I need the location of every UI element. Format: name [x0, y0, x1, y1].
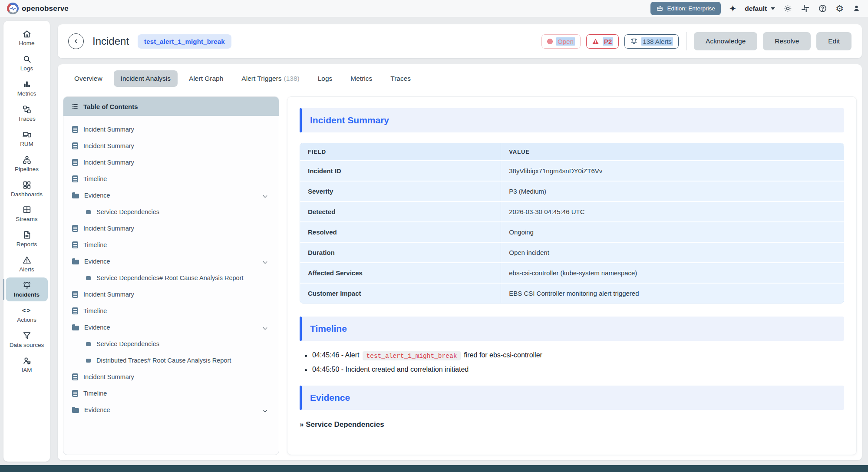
sidebar-item-alerts[interactable]: Alerts [6, 252, 48, 276]
tab-incident-analysis[interactable]: Incident Analysis [114, 70, 178, 87]
sidebar-item-actions[interactable]: <> Actions [6, 303, 48, 327]
toc-item[interactable]: Evidence [67, 319, 275, 336]
toc-item[interactable]: Incident Summary [67, 121, 275, 138]
bottom-strip [0, 465, 868, 472]
document-icon [22, 230, 32, 240]
toc-item[interactable]: Incident Summary [67, 369, 275, 385]
monitor-icon [22, 130, 32, 139]
funnel-icon [22, 331, 32, 340]
sparkle-icon[interactable]: ✦ [729, 4, 737, 13]
tag-icon [86, 342, 91, 346]
toc-item[interactable]: Evidence [67, 187, 275, 204]
toc-item[interactable]: Timeline [67, 237, 275, 253]
toc-item[interactable]: Incident Summary [67, 220, 275, 237]
document-icon [72, 307, 78, 314]
openobserve-logo: openobserve [7, 3, 69, 14]
sidebar-item-pipelines[interactable]: Pipelines [6, 152, 48, 176]
toc-item[interactable]: Service Dependencies [67, 204, 275, 220]
acknowledge-button[interactable]: Acknowledge [694, 32, 757, 50]
sidebar-item-reports[interactable]: Reports [6, 227, 48, 251]
alerts-count-badge[interactable]: 138 Alerts [624, 34, 679, 49]
theme-sun-icon[interactable] [783, 4, 792, 13]
document-icon [72, 159, 78, 166]
toc-item[interactable]: Distributed Traces# Root Cause Analysis … [67, 352, 275, 369]
sidebar-item-label: Metrics [17, 90, 36, 97]
toc-item[interactable]: Timeline [67, 385, 275, 402]
sidebar-item-dashboards[interactable]: Dashboards [6, 177, 48, 201]
code-brackets-icon: <> [22, 306, 32, 315]
edit-button[interactable]: Edit [816, 32, 851, 50]
org-selector[interactable]: default [745, 5, 775, 13]
table-of-contents-panel: Table of Contents Incident Summary Incid… [63, 96, 279, 455]
timeline-events: 04:45:46 - Alerttest_alert_1_might_break… [304, 351, 844, 373]
settings-gear-icon[interactable]: ⚙ [835, 4, 844, 13]
sidebar-item-rum[interactable]: RUM [6, 127, 48, 151]
trace-tree-icon [22, 105, 32, 114]
chevron-down-icon[interactable] [263, 325, 267, 330]
toc-header: Table of Contents [63, 97, 279, 116]
tab-alert-graph[interactable]: Alert Graph [182, 70, 230, 87]
sidebar-item-incidents[interactable]: Incidents [6, 277, 48, 301]
toc-item[interactable]: Timeline [67, 303, 275, 319]
section-heading-timeline: Timeline [300, 317, 844, 341]
sidebar-item-iam[interactable]: IAM [6, 353, 48, 377]
tab-alert-triggers[interactable]: Alert Triggers(138) [234, 70, 306, 87]
evidence-subheading: » Service Dependencies [300, 420, 844, 429]
sidebar-item-label: Logs [20, 65, 33, 72]
tab-logs[interactable]: Logs [311, 70, 340, 87]
help-icon[interactable] [818, 4, 827, 13]
sidebar-item-label: Dashboards [11, 191, 43, 198]
document-icon [72, 175, 78, 182]
toc-item[interactable]: Service Dependencies [67, 336, 275, 352]
tab-overview[interactable]: Overview [67, 70, 109, 87]
sidebar-item-label: Alerts [19, 266, 34, 273]
folder-icon [72, 408, 79, 413]
toc-item[interactable]: Evidence [67, 253, 275, 270]
folder-icon [72, 326, 79, 330]
tab-metrics[interactable]: Metrics [343, 70, 379, 87]
toc-item[interactable]: Incident Summary [67, 286, 275, 303]
chevron-down-icon[interactable] [263, 193, 267, 198]
sidebar-item-streams[interactable]: Streams [6, 202, 48, 226]
table-header-row: FIELD VALUE [300, 143, 844, 160]
tag-icon [86, 276, 91, 280]
sidebar-item-label: Home [19, 40, 34, 47]
org-selected-label: default [745, 5, 767, 13]
timeline-event: 04:45:46 - Alerttest_alert_1_might_break… [304, 351, 844, 359]
alert-name-chip: test_alert_1_might_break [138, 34, 231, 49]
sidebar-item-label: Incidents [14, 291, 40, 298]
back-button[interactable] [68, 33, 84, 49]
sidebar-item-metrics[interactable]: Metrics [6, 76, 48, 100]
sidebar-item-traces[interactable]: Traces [6, 102, 48, 125]
document-icon [72, 291, 78, 298]
sidebar-item-logs[interactable]: Logs [6, 51, 48, 75]
toc-item[interactable]: Incident Summary [67, 154, 275, 171]
tab-traces[interactable]: Traces [383, 70, 418, 87]
divider [686, 32, 686, 50]
user-icon[interactable] [852, 4, 861, 13]
toc-item[interactable]: Timeline [67, 171, 275, 187]
tag-icon [86, 359, 91, 363]
alert-name-code: test_alert_1_might_break [363, 351, 461, 360]
chevron-down-icon[interactable] [263, 408, 267, 412]
sidebar-item-label: Streams [16, 216, 37, 223]
resolve-button[interactable]: Resolve [763, 32, 811, 50]
sidebar-item-label: Traces [18, 116, 36, 122]
chevron-down-icon[interactable] [263, 259, 267, 264]
sidebar-item-home[interactable]: Home [6, 26, 48, 50]
slack-icon[interactable] [801, 4, 810, 13]
warning-triangle-icon [592, 38, 599, 45]
tab-count: (138) [284, 75, 300, 82]
table-row: Resolved Ongoing [300, 221, 844, 242]
priority-badge-label: P2 [603, 37, 613, 46]
toc-item[interactable]: Incident Summary [67, 138, 275, 154]
sidebar-item-label: Reports [17, 241, 37, 248]
sidebar-item-data-sources[interactable]: Data sources [6, 328, 48, 352]
status-badge-label: Open [556, 37, 575, 46]
list-icon [71, 102, 79, 110]
folder-icon [72, 194, 79, 198]
toc-item[interactable]: Service Dependencies# Root Cause Analysi… [67, 270, 275, 286]
document-icon [72, 373, 78, 380]
warning-triangle-icon [22, 255, 32, 265]
toc-item[interactable]: Evidence [67, 402, 275, 418]
